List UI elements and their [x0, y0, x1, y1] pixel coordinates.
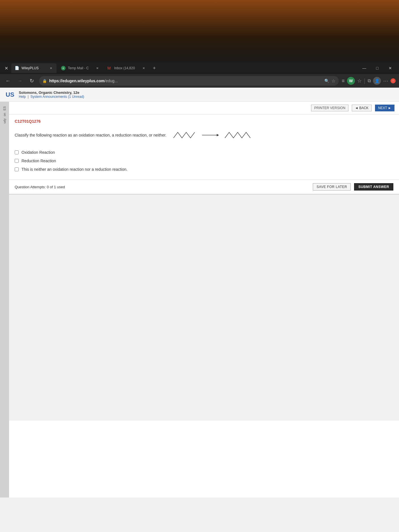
tempmail-tab-icon: e [61, 66, 66, 70]
option-reduction-label: Reduction Reaction [21, 159, 56, 163]
checkbox-oxidation[interactable] [15, 150, 19, 154]
main-content: ES on udy PRINTER VERSION ◄ BACK NEXT ► … [0, 102, 399, 498]
back-button[interactable]: ◄ BACK [352, 105, 372, 111]
submit-answer-button[interactable]: SUBMIT ANSWER [354, 183, 393, 191]
reaction-diagram [172, 128, 252, 142]
profile-icon[interactable]: 👤 [373, 77, 381, 85]
printer-version-button[interactable]: PRINTER VERSION [311, 105, 348, 111]
tab-gmail-label: Inbox (14,820 [114, 66, 139, 70]
browser-actions: ≡ W ☆ | ⧉ 👤 ⋯ ! [342, 77, 396, 85]
new-tab-button[interactable]: + [150, 64, 158, 72]
wiley-extension-icon: W [347, 77, 355, 85]
sidebar-label-es: ES [3, 106, 6, 111]
wiley-us-label: US [6, 91, 14, 98]
url-text: https://edugen.wileyplus.com/edug... [49, 79, 322, 83]
tab-tempmail[interactable]: e Temp Mail - C ✕ [58, 63, 103, 73]
tab-gmail-close[interactable]: ✕ [141, 66, 146, 70]
question-id: C12T01Q1276 [15, 119, 393, 124]
option-neither[interactable]: This is neither an oxidation reaction no… [15, 167, 393, 172]
question-text: Classify the following reaction as an ox… [15, 128, 393, 142]
page-container: US Solomons, Organic Chemistry, 12e Help… [0, 88, 399, 532]
wiley-links: Help | System Announcements (1 Unread) [19, 95, 84, 99]
sidebar-label-udy: udy [3, 118, 6, 124]
tab-wileyplus-close[interactable]: ✕ [49, 66, 53, 70]
question-header: PRINTER VERSION ◄ BACK NEXT ► [9, 102, 399, 114]
gmail-tab-icon: M [107, 66, 112, 70]
option-reduction[interactable]: Reduction Reaction [15, 159, 393, 163]
answer-options: Oxidation Reaction Reduction Reaction Th… [15, 148, 393, 174]
reactant-structure [172, 128, 198, 142]
wileyplus-tab-icon: 📄 [15, 66, 19, 70]
content-area: PRINTER VERSION ◄ BACK NEXT ► C12T01Q127… [9, 102, 399, 498]
wiley-book-title: Solomons, Organic Chemistry, 12e [19, 90, 84, 95]
svg-marker-1 [217, 134, 219, 136]
checkbox-reduction[interactable] [15, 159, 19, 163]
question-footer: Question Attempts: 0 of 1 used SAVE FOR … [9, 180, 399, 194]
toolbar-menu-icon: ☆ [357, 78, 362, 84]
option-oxidation-label: Oxidation Reaction [21, 150, 55, 155]
notification-badge: ! [391, 78, 396, 83]
tab-wileyplus[interactable]: 📄 WileyPLUS ✕ [11, 63, 57, 73]
back-nav-button[interactable]: ← [3, 76, 12, 85]
wiley-info: Solomons, Organic Chemistry, 12e Help | … [19, 90, 84, 99]
option-neither-label: This is neither an oxidation reaction no… [21, 167, 127, 172]
bookmark-icon: ☆ [331, 78, 335, 84]
help-link[interactable]: Help [19, 95, 26, 99]
search-icon: 🔍 [324, 79, 329, 83]
browser-close-left-button[interactable]: ✕ [2, 64, 10, 72]
reload-button[interactable]: ↻ [27, 76, 36, 85]
maximize-button[interactable]: □ [371, 63, 384, 73]
tab-bar: ✕ 📄 WileyPLUS ✕ e Temp Mail - C ✕ M Inbo… [0, 62, 399, 74]
window-controls: — □ ✕ [358, 63, 397, 73]
tab-tempmail-close[interactable]: ✕ [95, 66, 99, 70]
sidebar-label-on: on [3, 113, 6, 116]
sidebar: ES on udy [0, 102, 9, 498]
tab-tempmail-label: Temp Mail - C [68, 66, 93, 70]
extensions-icon: ≡ [342, 78, 345, 84]
question-prompt: Classify the following reaction as an ox… [15, 133, 166, 137]
option-oxidation[interactable]: Oxidation Reaction [15, 150, 393, 155]
checkbox-neither[interactable] [15, 167, 19, 171]
forward-nav-button[interactable]: → [15, 76, 24, 85]
next-button[interactable]: NEXT ► [375, 105, 394, 111]
close-button[interactable]: ✕ [384, 63, 397, 73]
attempts-text: Question Attempts: 0 of 1 used [15, 185, 65, 189]
url-bar[interactable]: 🔒 https://edugen.wileyplus.com/edug... 🔍… [39, 76, 339, 86]
announcements-link[interactable]: System Announcements (1 Unread) [31, 95, 84, 99]
more-options-icon[interactable]: ⋯ [383, 78, 388, 84]
save-for-later-button[interactable]: SAVE FOR LATER [313, 183, 351, 191]
bottom-area [9, 194, 399, 421]
reaction-arrow [202, 132, 219, 138]
wiley-header: US Solomons, Organic Chemistry, 12e Help… [0, 88, 399, 102]
toolbar-separator: | [364, 78, 365, 84]
address-bar: ← → ↻ 🔒 https://edugen.wileyplus.com/edu… [0, 74, 399, 88]
lock-icon: 🔒 [42, 79, 47, 83]
copy-icon: ⧉ [368, 78, 371, 83]
product-structure [224, 128, 252, 142]
question-body: C12T01Q1276 Classify the following react… [9, 114, 399, 180]
tab-wileyplus-label: WileyPLUS [21, 66, 46, 70]
tab-gmail[interactable]: M Inbox (14,820 ✕ [104, 63, 149, 73]
minimize-button[interactable]: — [358, 63, 371, 73]
